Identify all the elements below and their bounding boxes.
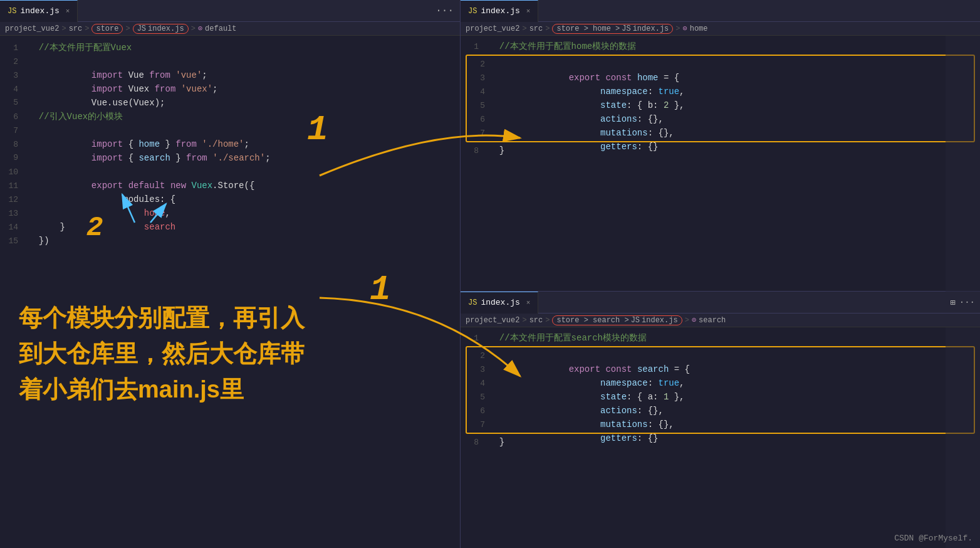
rb-line-7: 7 getters: {} — [467, 418, 974, 431]
rb-line-4: 4 state: { a: 1 }, — [467, 376, 974, 390]
tab-more-left[interactable]: ··· — [429, 5, 460, 16]
right-top-tab-indexjs[interactable]: JS index.js × — [461, 0, 538, 22]
js-icon-left: JS — [8, 7, 16, 16]
left-code-area: 1 //本文件用于配置Vuex 2 import Vue from 'vue';… — [0, 36, 460, 288]
code-line-2: 2 import Vue from 'vue'; — [0, 55, 460, 68]
split-icons: ⊞ ··· — [945, 297, 980, 308]
rb-line-6: 6 mutations: {}, — [467, 404, 974, 418]
code-line-10: 10 export default new Vuex.Store({ — [0, 165, 460, 179]
left-tab-close[interactable]: × — [66, 8, 70, 15]
code-line-6: 6 //引入Vuex的小模块 — [0, 110, 460, 124]
code-line-4: 4 Vue.use(Vuex); — [0, 82, 460, 96]
csdn-watermark: CSDN @ForMyself. — [894, 534, 972, 543]
rt-line-6: 6 mutations: {}, — [467, 112, 974, 126]
right-top-line-1: 1 //本文件用于配置home模块的数据 — [461, 40, 980, 53]
right-bottom-tab-close[interactable]: × — [526, 299, 531, 307]
code-line-13: 13 search — [0, 206, 460, 220]
code-line-7: 7 import { home } from './home'; — [0, 124, 460, 137]
rt-line-4: 4 state: { b: 2 }, — [467, 85, 974, 98]
bc-src: src — [69, 24, 83, 33]
right-bottom-bc-store: store > search > JS index.js — [552, 315, 682, 325]
right-bottom-tab-label: index.js — [481, 298, 519, 307]
bc-store-highlighted: store — [91, 24, 123, 34]
right-bottom-minimap — [946, 327, 980, 548]
rt-line-5: 5 actions: {}, — [467, 98, 974, 112]
rb-line-3: 3 namespace: true, — [467, 362, 974, 376]
rt-line-7: 7 getters: {} — [467, 126, 974, 140]
code-line-12: 12 home, — [0, 192, 460, 206]
rb-line-5: 5 actions: {}, — [467, 390, 974, 404]
rt-line-2: 2 export const home = { — [467, 57, 974, 71]
rb-line-1: 1 //本文件用于配置search模块的数据 — [461, 331, 980, 345]
bc-default: default — [205, 24, 236, 33]
annotation-text: 每个模块分别配置，再引入 到大仓库里，然后大仓库带 着小弟们去main.js里 — [19, 300, 441, 408]
left-tab-label: index.js — [20, 6, 59, 16]
right-top-breadcrumb: project_vue2 > src > store > home > JS i… — [461, 22, 980, 36]
right-top-bc-store: store > home > JS index.js — [552, 24, 673, 34]
rb-line-8: 8 } — [461, 435, 980, 449]
js-icon-right-bottom: JS — [468, 298, 477, 307]
rt-line-8: 8 } — [461, 144, 980, 157]
code-line-11: 11 modules: { — [0, 179, 460, 192]
right-bottom-breadcrumb: project_vue2 > src > store > search > JS… — [461, 314, 980, 327]
bc-file-highlighted: JS index.js — [133, 24, 189, 34]
code-line-1: 1 //本文件用于配置Vuex — [0, 41, 460, 55]
right-bottom-highlight-box: 2 export const search = { 3 namespace: t… — [466, 346, 975, 434]
bc-symbol: ⊙ — [198, 24, 202, 33]
right-top-tab-close[interactable]: × — [526, 8, 531, 15]
right-top-highlight-box: 2 export const home = { 3 namespace: tru… — [466, 55, 975, 142]
rb-line-2: 2 export const search = { — [467, 349, 974, 362]
code-line-3: 3 import Vuex from 'vuex'; — [0, 68, 460, 82]
left-tab-indexjs[interactable]: JS index.js × — [0, 0, 78, 22]
left-breadcrumb: project_vue2 > src > store > JS index.js… — [0, 22, 460, 36]
bc-project: project_vue2 — [5, 24, 59, 33]
js-icon-right-top: JS — [468, 7, 477, 16]
code-line-14: 14 } — [0, 220, 460, 234]
right-top-minimap — [946, 36, 980, 292]
code-line-15: 15 }) — [0, 234, 460, 248]
rt-line-3: 3 namespace: true, — [467, 71, 974, 85]
right-top-tab-label: index.js — [481, 6, 519, 16]
code-line-8: 8 import { search } from './search'; — [0, 137, 460, 151]
right-bottom-tab-indexjs[interactable]: JS index.js × — [461, 292, 538, 314]
